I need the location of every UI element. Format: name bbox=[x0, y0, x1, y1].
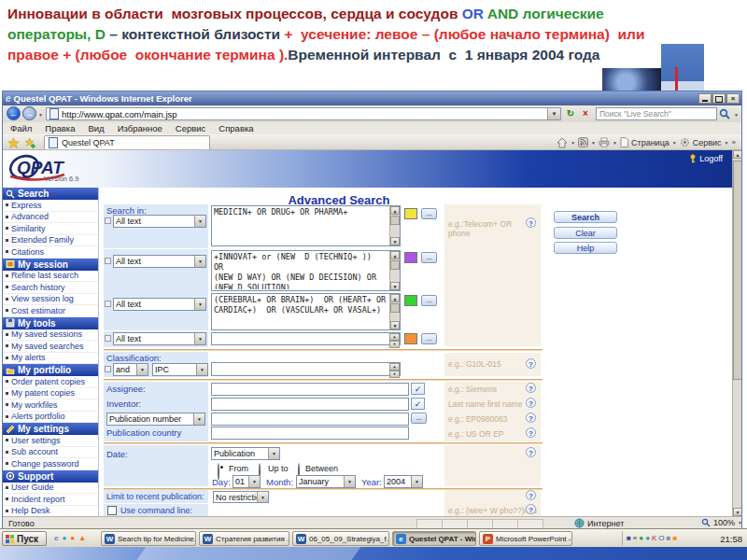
query-textarea-2[interactable]: +INNOVAT+ or (NEW D (TECHNIQ+ )) OR (NEW… bbox=[211, 250, 401, 291]
sidebar-item[interactable]: View session log bbox=[3, 294, 98, 306]
sidebar-item[interactable]: User settings bbox=[3, 435, 98, 447]
live-search-input[interactable]: Поиск "Live Search" bbox=[596, 107, 717, 120]
sidebar-item[interactable]: Search history bbox=[3, 282, 98, 294]
browse-button-3[interactable]: ... bbox=[421, 295, 437, 306]
help-icon[interactable]: ? bbox=[526, 504, 536, 514]
field-select-2[interactable]: All text▼ bbox=[113, 255, 206, 268]
menu-item[interactable]: Файл bbox=[10, 123, 32, 133]
expander-icon[interactable] bbox=[105, 366, 111, 372]
sidebar-item[interactable]: Help Desk bbox=[3, 506, 98, 517]
page-icon[interactable] bbox=[620, 137, 628, 147]
help-icon[interactable]: ? bbox=[526, 217, 536, 228]
zoom-control[interactable]: 100% ▼ bbox=[701, 518, 742, 527]
home-icon[interactable] bbox=[557, 137, 568, 148]
quick-launch-icon[interactable]: e bbox=[54, 531, 58, 546]
sidebar-item[interactable]: Alerts portfolio bbox=[3, 412, 98, 424]
refresh-button[interactable]: ↻ bbox=[564, 107, 577, 120]
help-icon[interactable]: ? bbox=[526, 447, 536, 457]
inventor-input[interactable] bbox=[211, 398, 409, 411]
task-button[interactable]: PMicrosoft PowerPoint - [... bbox=[479, 531, 572, 546]
sidebar-item[interactable]: Similarity bbox=[3, 223, 98, 235]
help-icon[interactable]: ? bbox=[526, 413, 536, 423]
sidebar-item[interactable]: My saved sessions bbox=[3, 329, 98, 342]
publication-country-input[interactable] bbox=[211, 427, 409, 440]
publication-number-select[interactable]: Publication number▼ bbox=[106, 413, 205, 426]
date-type-select[interactable]: Publication▼ bbox=[211, 447, 280, 460]
clear-button[interactable]: Clear bbox=[554, 227, 617, 239]
sidebar-item[interactable]: My workfiles bbox=[3, 399, 98, 412]
title-bar[interactable]: e Questel QPAT - Windows Internet Explor… bbox=[3, 91, 741, 105]
quick-launch-icon[interactable]: ▲ bbox=[78, 531, 86, 546]
tray-icon[interactable]: ● bbox=[639, 531, 643, 546]
tray-icon[interactable]: ● bbox=[645, 531, 650, 546]
menu-item[interactable]: Правка bbox=[45, 123, 75, 133]
sidebar-item[interactable]: User Guide bbox=[3, 483, 98, 495]
tools-gear-icon[interactable] bbox=[680, 137, 690, 147]
browse-button-1[interactable]: ... bbox=[421, 208, 437, 219]
publication-number-input[interactable] bbox=[211, 413, 409, 426]
month-select[interactable]: January▼ bbox=[296, 475, 356, 488]
sidebar-item[interactable]: Change password bbox=[3, 458, 98, 470]
nav-history-arrow-icon[interactable]: ▼ bbox=[38, 112, 43, 118]
menu-item[interactable]: Вид bbox=[88, 123, 104, 133]
query-input-4[interactable]: ▲▼ bbox=[211, 332, 401, 345]
limit-select[interactable]: No restriction▼ bbox=[213, 491, 269, 503]
classification-input[interactable]: ▲▼ bbox=[211, 362, 401, 376]
sidebar-item[interactable]: Cost estimator bbox=[3, 305, 98, 317]
sidebar-item[interactable]: Incident report bbox=[3, 494, 98, 506]
sidebar-item[interactable]: Express bbox=[3, 200, 98, 212]
restore-button[interactable] bbox=[712, 93, 726, 104]
inventor-check-button[interactable]: ✓ bbox=[411, 398, 425, 410]
page-scrollbar[interactable]: ▲ ▼ bbox=[732, 150, 741, 516]
overflow-chevron-icon[interactable]: » bbox=[732, 138, 736, 147]
tray-icon[interactable]: K bbox=[652, 531, 656, 546]
forward-button[interactable]: → bbox=[22, 106, 36, 120]
feeds-arrow-icon[interactable]: ▼ bbox=[591, 140, 596, 146]
close-button[interactable]: × bbox=[726, 93, 740, 104]
expander-icon[interactable] bbox=[105, 217, 111, 224]
tray-icon[interactable]: « bbox=[633, 531, 637, 546]
expander-icon[interactable] bbox=[105, 335, 111, 342]
search-button[interactable]: Search bbox=[554, 211, 617, 223]
back-button[interactable]: ← bbox=[7, 106, 21, 120]
sidebar-item[interactable]: My patent copies bbox=[3, 388, 98, 400]
page-arrow-icon[interactable]: ▼ bbox=[672, 140, 677, 146]
tray-icon[interactable]: ■ bbox=[667, 531, 671, 546]
menu-item[interactable]: Справка bbox=[218, 123, 253, 133]
quick-launch-icon[interactable]: ● bbox=[70, 531, 75, 546]
minimize-button[interactable] bbox=[698, 93, 712, 104]
sidebar-item[interactable]: My saved searches bbox=[3, 341, 98, 353]
task-button[interactable]: W06_05_09_Strategiya_f... bbox=[292, 531, 389, 546]
color-swatch-2[interactable] bbox=[404, 252, 417, 263]
query-textarea-1[interactable]: MEDICIN+ OR DRUG+ OR PHARMA+ ▲▼ bbox=[211, 205, 401, 246]
search-options-arrow-icon[interactable]: ▼ bbox=[734, 112, 739, 118]
expander-icon[interactable] bbox=[105, 258, 111, 264]
help-button[interactable]: Help bbox=[554, 242, 617, 254]
field-select-3[interactable]: All text▼ bbox=[113, 298, 206, 311]
color-swatch-3[interactable] bbox=[404, 295, 417, 306]
sidebar-item[interactable]: Citations bbox=[3, 246, 98, 259]
color-swatch-1[interactable] bbox=[404, 208, 417, 219]
help-icon[interactable]: ? bbox=[526, 398, 536, 408]
task-button[interactable]: eQuestel QPAT - Windo... bbox=[392, 531, 476, 546]
stop-button[interactable]: × bbox=[579, 107, 592, 120]
expander-icon[interactable] bbox=[105, 301, 111, 307]
day-select[interactable]: 01▼ bbox=[233, 475, 261, 488]
start-button[interactable]: Пуск bbox=[2, 531, 47, 546]
home-arrow-icon[interactable]: ▼ bbox=[571, 140, 575, 146]
tray-icon[interactable]: ■ bbox=[627, 531, 631, 546]
tray-icon[interactable]: O bbox=[658, 531, 664, 546]
feeds-icon[interactable] bbox=[578, 137, 588, 147]
sidebar-item[interactable]: My alerts bbox=[3, 353, 98, 365]
classification-scheme-select[interactable]: IPC▼ bbox=[152, 363, 208, 376]
url-dropdown-icon[interactable]: ▼ bbox=[547, 108, 560, 119]
tools-arrow-icon[interactable]: ▼ bbox=[725, 140, 729, 146]
menu-item[interactable]: Сервис bbox=[176, 123, 206, 133]
page-menu[interactable]: Страница bbox=[631, 138, 669, 147]
sidebar-item[interactable]: Refine last search bbox=[3, 271, 98, 283]
help-icon[interactable]: ? bbox=[526, 490, 536, 500]
field-select-4[interactable]: All text▼ bbox=[113, 332, 206, 345]
query-textarea-3[interactable]: (CEREBRAL+ OR BRAIN+) OR (HEART+ OR CARD… bbox=[211, 293, 401, 330]
help-icon[interactable]: ? bbox=[526, 427, 536, 438]
publication-number-browse-button[interactable]: ... bbox=[411, 413, 427, 424]
